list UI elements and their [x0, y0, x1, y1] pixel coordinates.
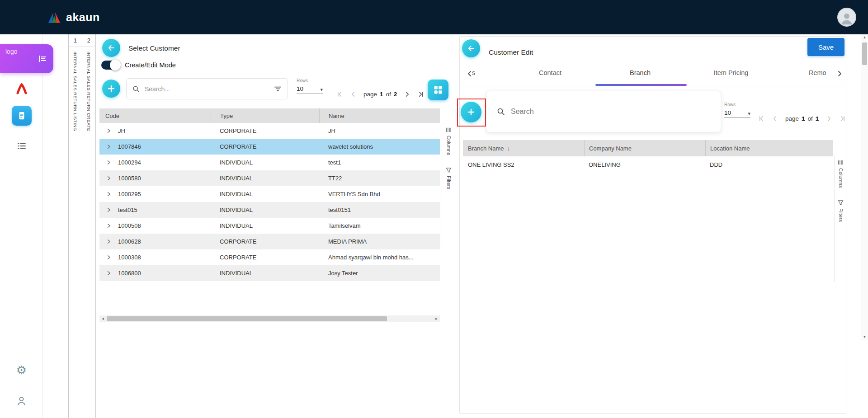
expand-row-icon[interactable]	[105, 222, 112, 229]
settings-button[interactable]: ⚙	[0, 364, 43, 376]
customer-row[interactable]: 1000628 CORPORATE MEDIA PRIMA	[99, 234, 440, 249]
app-sidebar: ⚙	[0, 34, 43, 418]
branch-table-rail: Columns Filters	[835, 155, 846, 282]
branch-search-input[interactable]	[511, 108, 711, 116]
add-customer-button[interactable]	[102, 80, 120, 98]
columns-label: Columns	[446, 136, 452, 155]
filter-list-icon[interactable]	[274, 85, 282, 93]
gear-icon: ⚙	[16, 364, 27, 376]
expand-row-icon[interactable]	[105, 254, 112, 261]
user-avatar[interactable]	[837, 8, 856, 27]
customer-row[interactable]: test015 INDIVIDUAL test0151	[99, 202, 440, 218]
customer-row[interactable]: 1000295 INDIVIDUAL VERTHYS Sdn Bhd	[99, 186, 440, 202]
scrollbar-thumb[interactable]	[107, 316, 387, 321]
grid-view-button[interactable]	[428, 80, 448, 100]
expand-row-icon[interactable]	[105, 191, 112, 197]
create-edit-mode-toggle[interactable]	[101, 61, 119, 70]
cell-code: 1000294	[118, 159, 141, 166]
workspace-tab-number: 1	[69, 34, 82, 47]
columns-icon	[837, 159, 844, 166]
prev-page-icon[interactable]	[772, 115, 778, 122]
cell-code: test015	[118, 207, 137, 213]
customer-search-input[interactable]	[145, 85, 269, 93]
drawer-collapse-button[interactable]: logo	[0, 44, 53, 73]
scroll-up-icon[interactable]: ▲	[861, 35, 868, 39]
cell-type: INDIVIDUAL	[211, 175, 319, 182]
scroll-right-icon[interactable]: ►	[433, 315, 440, 322]
person-icon	[839, 10, 854, 26]
filters-toggle[interactable]: Filters	[445, 167, 452, 189]
branch-search[interactable]	[486, 91, 721, 132]
customer-row[interactable]: 1000294 INDIVIDUAL test1	[99, 155, 440, 170]
horizontal-scrollbar[interactable]: ◄ ►	[99, 315, 440, 322]
header-code[interactable]: Code	[99, 108, 211, 123]
rows-per-page-select[interactable]: 10 ▾	[724, 109, 750, 118]
tab-contact[interactable]: Contact	[539, 69, 561, 76]
vertical-scrollbar[interactable]: ▲ ▼	[861, 34, 868, 340]
rows-value: 10	[297, 85, 303, 92]
customer-table-rail: Columns Filters	[442, 123, 455, 245]
tab-clipped-left[interactable]: s	[472, 69, 475, 76]
expand-row-icon[interactable]	[105, 159, 112, 166]
expand-row-icon[interactable]	[105, 238, 112, 245]
branch-row[interactable]: ONE LIVING SS2 ONELIVING DDD	[463, 156, 833, 173]
rows-per-page-select[interactable]: 10 ▾	[297, 85, 323, 94]
customer-row[interactable]: 1000580 INDIVIDUAL TT22	[99, 170, 440, 186]
search-icon	[496, 107, 505, 116]
scroll-down-icon[interactable]: ▼	[861, 335, 868, 339]
cell-code: 1000295	[118, 191, 141, 197]
tab-item-pricing[interactable]: Item Pricing	[714, 69, 749, 76]
account-button[interactable]	[0, 395, 43, 407]
expand-row-icon[interactable]	[105, 175, 112, 182]
tabs-scroll-right-icon[interactable]	[836, 70, 843, 77]
first-page-icon[interactable]	[336, 91, 343, 98]
customer-row-selected[interactable]: 1007846 CORPORATE wavelet solutions	[99, 139, 440, 155]
header-name[interactable]: Name	[319, 108, 440, 123]
expand-row-icon[interactable]	[105, 143, 112, 150]
header-location-name[interactable]: Location Name	[705, 140, 833, 156]
expand-row-icon[interactable]	[105, 270, 112, 277]
listing-menu-icon[interactable]	[0, 140, 43, 152]
app-root: akaun	[0, 0, 868, 418]
columns-toggle[interactable]: Columns	[445, 127, 452, 155]
customer-search[interactable]	[126, 78, 288, 99]
cell-name: Josy Tester	[319, 270, 440, 277]
next-page-icon[interactable]	[826, 115, 832, 122]
customer-row[interactable]: JH CORPORATE JH	[99, 123, 440, 139]
tab-clipped-right[interactable]: Remo	[809, 69, 826, 76]
columns-toggle[interactable]: Columns	[837, 159, 844, 188]
sort-desc-icon[interactable]: ↓	[507, 145, 510, 152]
edit-tabbar: s Contact Branch Item Pricing Remo	[460, 62, 846, 86]
filters-toggle[interactable]: Filters	[837, 199, 844, 222]
cell-name: TT22	[319, 175, 440, 182]
header-branch-name[interactable]: Branch Name ↓	[463, 140, 584, 156]
pdf-app-icon[interactable]	[0, 81, 43, 96]
add-branch-button[interactable]	[461, 102, 481, 122]
header-type[interactable]: Type	[211, 108, 319, 123]
customer-row[interactable]: 1000508 INDIVIDUAL Tamilselvam	[99, 218, 440, 234]
last-page-icon[interactable]	[839, 115, 846, 122]
back-button[interactable]	[102, 39, 120, 57]
first-page-icon[interactable]	[758, 115, 765, 122]
branch-pagination: page 1 of 1	[758, 115, 846, 122]
back-arrow-icon	[107, 43, 116, 52]
last-page-icon[interactable]	[417, 91, 424, 98]
cell-company-name: ONELIVING	[584, 161, 705, 168]
scrollbar-thumb[interactable]	[862, 42, 867, 65]
workspace-tab-label: INTERNAL SALES RETURN CREATE	[86, 47, 91, 132]
customer-row[interactable]: 1000308 CORPORATE Ahmad syarqawi bin moh…	[99, 249, 440, 265]
workspace-tab-2[interactable]: 2 INTERNAL SALES RETURN CREATE	[82, 34, 95, 418]
prev-page-icon[interactable]	[350, 91, 357, 98]
header-company-name[interactable]: Company Name	[584, 140, 705, 156]
expand-row-icon[interactable]	[105, 127, 112, 134]
tab-branch[interactable]: Branch	[630, 69, 651, 76]
cell-code: 1000580	[118, 175, 141, 182]
document-app-icon[interactable]	[0, 106, 43, 126]
workspace-tab-1[interactable]: 1 INTERNAL SALES RETURN LISTING	[69, 34, 82, 418]
save-button[interactable]: Save	[807, 38, 844, 56]
expand-row-icon[interactable]	[105, 207, 112, 213]
scroll-left-icon[interactable]: ◄	[99, 315, 106, 322]
next-page-icon[interactable]	[404, 91, 410, 98]
customer-row[interactable]: 1006800 INDIVIDUAL Josy Tester	[99, 265, 440, 281]
back-button[interactable]	[462, 39, 480, 57]
